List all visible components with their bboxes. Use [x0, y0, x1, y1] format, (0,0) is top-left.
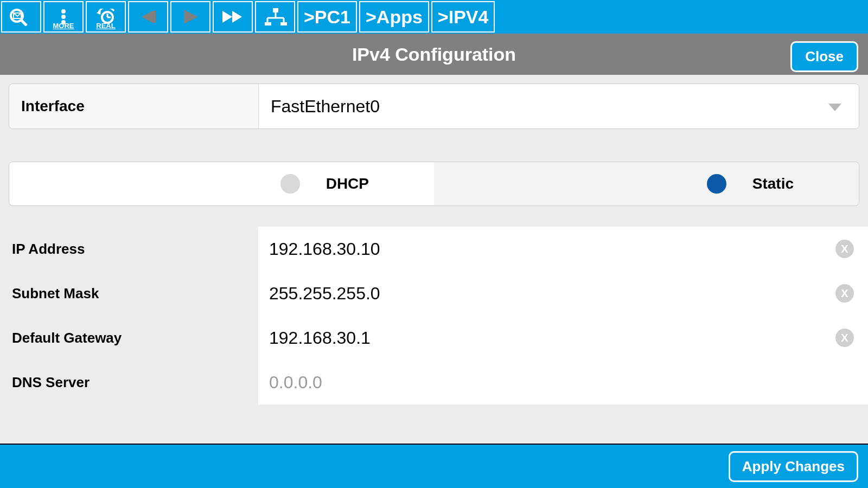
dhcp-option[interactable]: DHCP — [9, 162, 434, 206]
subnet-mask-value: 255.255.255.0 — [269, 284, 380, 304]
addressing-mode: DHCP Static — [9, 162, 859, 206]
default-gateway-row: Default Gateway 192.168.30.1 X — [0, 316, 868, 360]
inspect-button[interactable] — [1, 1, 41, 33]
apply-changes-button[interactable]: Apply Changes — [729, 451, 858, 482]
more-label: MORE — [53, 22, 74, 30]
ip-address-row: IP Address 192.168.30.10 X — [0, 227, 868, 271]
clear-ip-icon[interactable]: X — [835, 240, 854, 258]
interface-value: FastEthernet0 — [271, 97, 380, 117]
static-option[interactable]: Static — [434, 162, 859, 206]
breadcrumb-ipv4[interactable]: >IPV4 — [431, 1, 495, 33]
play-icon — [178, 8, 202, 26]
svg-marker-12 — [184, 10, 198, 24]
dns-server-input[interactable]: 0.0.0.0 — [258, 360, 868, 404]
config-body: Interface FastEthernet0 DHCP Static IP A… — [0, 75, 868, 444]
ip-address-value: 192.168.30.10 — [269, 239, 380, 259]
default-gateway-input[interactable]: 192.168.30.1 X — [258, 316, 868, 360]
page-title: IPv4 Configuration — [352, 44, 516, 65]
svg-line-1 — [21, 20, 27, 25]
footer: Apply Changes — [0, 445, 868, 488]
dhcp-label: DHCP — [326, 175, 369, 192]
play-button[interactable] — [170, 1, 210, 33]
interface-selector[interactable]: Interface FastEthernet0 — [9, 84, 859, 129]
breadcrumb-pc1[interactable]: >PC1 — [297, 1, 357, 33]
close-button[interactable]: Close — [790, 41, 858, 72]
dns-server-value: 0.0.0.0 — [269, 373, 322, 393]
ip-address-label: IP Address — [0, 227, 258, 271]
svg-rect-21 — [280, 22, 287, 25]
titlebar: IPv4 Configuration Close — [0, 34, 868, 75]
radio-off-icon — [280, 174, 300, 194]
dns-server-row: DNS Server 0.0.0.0 — [0, 360, 868, 404]
magnifier-envelope-icon — [8, 8, 34, 26]
chevron-down-icon — [827, 97, 843, 117]
subnet-mask-label: Subnet Mask — [0, 271, 258, 316]
fast-forward-button[interactable] — [213, 1, 253, 33]
svg-rect-11 — [152, 11, 156, 23]
svg-marker-13 — [222, 11, 232, 23]
radio-on-icon — [707, 174, 726, 194]
clear-gw-icon[interactable]: X — [835, 329, 854, 347]
step-back-button[interactable] — [128, 1, 168, 33]
ip-address-input[interactable]: 192.168.30.10 X — [258, 227, 868, 271]
svg-marker-14 — [232, 11, 242, 23]
interface-value-wrapper: FastEthernet0 — [259, 84, 859, 129]
svg-point-4 — [61, 15, 66, 19]
dns-server-label: DNS Server — [0, 360, 258, 404]
fast-forward-icon — [219, 9, 246, 25]
subnet-mask-row: Subnet Mask 255.255.255.0 X — [0, 271, 868, 316]
interface-label: Interface — [9, 84, 259, 129]
breadcrumb-apps[interactable]: >Apps — [359, 1, 429, 33]
top-toolbar: MORE REAL — [0, 0, 868, 34]
ip-form: IP Address 192.168.30.10 X Subnet Mask 2… — [0, 227, 868, 404]
step-back-icon — [136, 9, 160, 25]
realtime-button[interactable]: REAL — [86, 1, 126, 33]
svg-marker-22 — [828, 104, 841, 111]
static-label: Static — [752, 175, 794, 192]
clear-mask-icon[interactable]: X — [835, 284, 854, 303]
svg-rect-20 — [265, 22, 271, 25]
svg-rect-15 — [273, 8, 278, 12]
default-gateway-value: 192.168.30.1 — [269, 328, 371, 348]
svg-point-3 — [61, 9, 66, 14]
topology-button[interactable] — [255, 1, 295, 33]
svg-marker-10 — [142, 11, 152, 23]
real-label: REAL — [96, 22, 115, 30]
default-gateway-label: Default Gateway — [0, 316, 258, 360]
subnet-mask-input[interactable]: 255.255.255.0 X — [258, 271, 868, 316]
network-topology-icon — [263, 7, 287, 27]
more-button[interactable]: MORE — [43, 1, 84, 33]
